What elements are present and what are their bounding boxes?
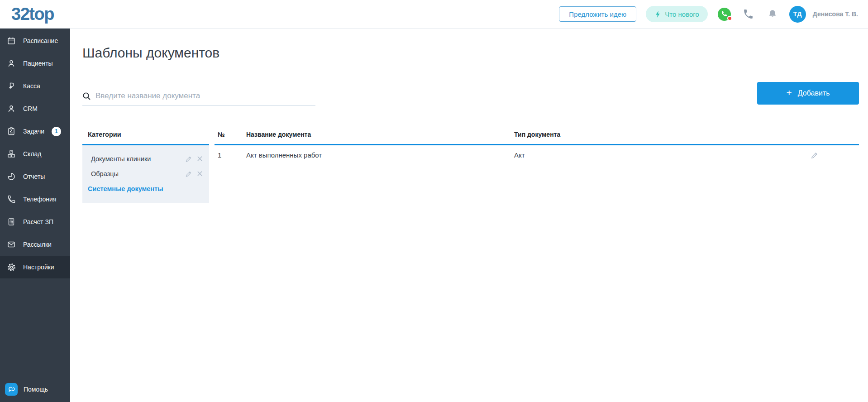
sidebar-item-schedule[interactable]: Расписание: [0, 29, 70, 52]
table-header: № Название документа Тип документа: [215, 127, 859, 145]
sidebar-item-crm[interactable]: CRM: [0, 97, 70, 120]
phone-icon[interactable]: [741, 7, 756, 21]
app-logo[interactable]: 32top: [11, 5, 54, 24]
categories-list: Документы клиники: [82, 145, 209, 203]
mail-icon: [6, 239, 16, 249]
edit-pencil-icon[interactable]: [183, 153, 194, 164]
help-chat-icon: [5, 383, 18, 396]
sidebar-item-mailings[interactable]: Рассылки: [0, 233, 70, 256]
top-header: 32top Предложить идею Что нового: [0, 0, 868, 29]
sidebar-item-payroll[interactable]: Расчет ЗП: [0, 211, 70, 233]
sidebar-item-label: Пациенты: [23, 60, 53, 67]
plus-icon: +: [787, 87, 792, 98]
add-button-label: Добавить: [798, 89, 830, 97]
sidebar-item-label: Настройки: [23, 263, 54, 271]
sidebar-item-label: Телефония: [23, 196, 56, 203]
sidebar-item-tasks[interactable]: Задачи 1: [0, 120, 70, 143]
category-label: Документы клиники: [91, 155, 151, 163]
sidebar-item-label: Расчет ЗП: [23, 218, 53, 225]
category-item-active[interactable]: Системные документы: [82, 181, 209, 196]
sidebar-item-cashdesk[interactable]: Касса: [0, 75, 70, 97]
search-input[interactable]: [95, 91, 315, 100]
documents-table: № Название документа Тип документа 1 Акт…: [215, 127, 859, 165]
row-document-type: Акт: [514, 151, 809, 159]
sidebar-item-label: Расписание: [23, 37, 58, 44]
sidebar-item-help[interactable]: Помощь: [0, 378, 70, 401]
category-item[interactable]: Образцы: [82, 166, 209, 181]
main-content: Шаблоны документов + Добавить Категории: [70, 29, 868, 402]
pie-chart-icon: [6, 172, 16, 182]
search-icon: [82, 92, 91, 100]
avatar[interactable]: ТД: [789, 6, 806, 23]
delete-x-icon[interactable]: [194, 168, 205, 179]
page-title: Шаблоны документов: [82, 45, 859, 61]
categories-panel: Категории Документы клиники: [82, 127, 209, 203]
notifications-bell-icon[interactable]: [765, 7, 780, 21]
person-icon: [6, 104, 16, 114]
app-window: 32top Предложить идею Что нового: [0, 0, 868, 402]
sidebar-item-label: CRM: [23, 105, 38, 112]
sidebar-item-label: Отчеты: [23, 173, 45, 180]
delete-x-icon[interactable]: [194, 153, 205, 164]
column-header-name: Название документа: [246, 131, 514, 138]
user-name[interactable]: Денисова Т. В.: [813, 10, 858, 18]
edit-pencil-icon[interactable]: [183, 168, 194, 179]
add-button[interactable]: + Добавить: [757, 82, 859, 105]
sidebar-item-patients[interactable]: Пациенты: [0, 52, 70, 75]
category-label: Образцы: [91, 170, 119, 177]
whatsapp-icon[interactable]: [717, 7, 732, 21]
whatsapp-unread-dot: [727, 16, 732, 21]
person-icon: [6, 58, 16, 68]
whats-new-label: Что нового: [665, 10, 699, 18]
sidebar-item-telephony[interactable]: Телефония: [0, 188, 70, 211]
row-num: 1: [215, 151, 246, 159]
sidebar-item-label: Задачи: [23, 128, 44, 135]
phone-icon: [6, 194, 16, 204]
calendar-icon: [6, 36, 16, 46]
sidebar-item-label: Склад: [23, 150, 42, 158]
search-box: [82, 91, 315, 106]
calculator-icon: [6, 217, 16, 227]
content-row: Категории Документы клиники: [82, 127, 859, 203]
toolbar: + Добавить: [82, 82, 859, 105]
whats-new-button[interactable]: Что нового: [646, 6, 707, 22]
sidebar-item-label: Касса: [23, 82, 40, 90]
edit-pencil-icon[interactable]: [809, 150, 820, 161]
category-item[interactable]: Документы клиники: [82, 151, 209, 166]
table-row[interactable]: 1 Акт выполненных работ Акт: [215, 145, 859, 165]
tasks-clipboard-icon: [6, 126, 16, 136]
column-header-num: №: [215, 131, 246, 138]
sidebar-item-label: Помощь: [24, 386, 48, 393]
header-actions: Предложить идею Что нового: [559, 6, 858, 23]
sidebar-item-warehouse[interactable]: Склад: [0, 143, 70, 165]
categories-title: Категории: [82, 127, 209, 145]
sidebar: Расписание Пациенты Касса: [0, 29, 70, 402]
warehouse-boxes-icon: [6, 149, 16, 159]
sidebar-item-reports[interactable]: Отчеты: [0, 165, 70, 188]
category-label: Системные документы: [88, 185, 163, 192]
sidebar-spacer: [0, 278, 70, 378]
ruble-icon: [6, 81, 16, 91]
column-header-type: Тип документа: [514, 131, 809, 138]
lightning-icon: [654, 10, 661, 18]
suggest-idea-button[interactable]: Предложить идею: [559, 6, 636, 22]
row-document-name: Акт выполненных работ: [246, 151, 514, 159]
sidebar-item-label: Рассылки: [23, 241, 52, 248]
gear-icon: [6, 262, 16, 272]
tasks-badge: 1: [52, 127, 61, 136]
sidebar-item-settings[interactable]: Настройки: [0, 256, 70, 278]
